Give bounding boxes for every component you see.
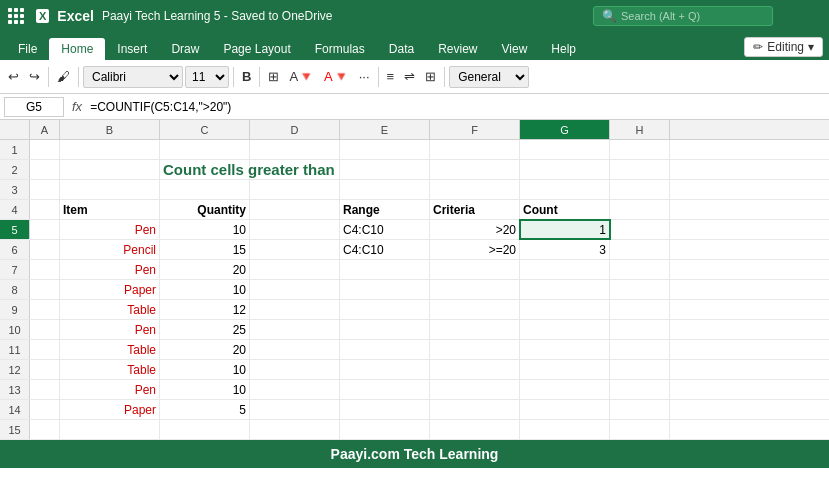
cell-h8[interactable] [610, 280, 670, 299]
borders-button[interactable]: ⊞ [264, 67, 283, 86]
cell-g8[interactable] [520, 280, 610, 299]
tab-file[interactable]: File [6, 38, 49, 60]
cell-e7[interactable] [340, 260, 430, 279]
cell-a6[interactable] [30, 240, 60, 259]
cell-b13[interactable]: Pen [60, 380, 160, 399]
cell-f15[interactable] [430, 420, 520, 439]
cell-f4[interactable]: Criteria [430, 200, 520, 219]
cell-b9[interactable]: Table [60, 300, 160, 319]
cell-e13[interactable] [340, 380, 430, 399]
cell-reference-input[interactable] [4, 97, 64, 117]
cell-a14[interactable] [30, 400, 60, 419]
cell-c9[interactable]: 12 [160, 300, 250, 319]
col-header-h[interactable]: H [610, 120, 670, 139]
cell-b10[interactable]: Pen [60, 320, 160, 339]
cell-c5[interactable]: 10 [160, 220, 250, 239]
cell-a1[interactable] [30, 140, 60, 159]
col-header-a[interactable]: A [30, 120, 60, 139]
font-name-selector[interactable]: Calibri [83, 66, 183, 88]
cell-a11[interactable] [30, 340, 60, 359]
cell-a8[interactable] [30, 280, 60, 299]
cell-d1[interactable] [250, 140, 340, 159]
cell-c7[interactable]: 20 [160, 260, 250, 279]
cell-e9[interactable] [340, 300, 430, 319]
align-button[interactable]: ≡ [383, 67, 399, 86]
cell-e4[interactable]: Range [340, 200, 430, 219]
tab-formulas[interactable]: Formulas [303, 38, 377, 60]
cell-f13[interactable] [430, 380, 520, 399]
tab-view[interactable]: View [490, 38, 540, 60]
cell-d4[interactable] [250, 200, 340, 219]
cell-g6[interactable]: 3 [520, 240, 610, 259]
cell-a9[interactable] [30, 300, 60, 319]
cell-f9[interactable] [430, 300, 520, 319]
fill-color-button[interactable]: A🔻 [285, 67, 318, 86]
cell-e6[interactable]: C4:C10 [340, 240, 430, 259]
cell-g2[interactable] [520, 160, 610, 179]
cell-c14[interactable]: 5 [160, 400, 250, 419]
search-box[interactable]: 🔍 Search (Alt + Q) [593, 6, 773, 26]
more-button[interactable]: ··· [355, 67, 374, 86]
cell-f3[interactable] [430, 180, 520, 199]
cell-c11[interactable]: 20 [160, 340, 250, 359]
cell-b15[interactable] [60, 420, 160, 439]
font-color-button[interactable]: A🔻 [320, 67, 353, 86]
cell-h11[interactable] [610, 340, 670, 359]
cell-b7[interactable]: Pen [60, 260, 160, 279]
editing-button[interactable]: ✏ Editing ▾ [744, 37, 823, 57]
cell-g4[interactable]: Count [520, 200, 610, 219]
cell-b14[interactable]: Paper [60, 400, 160, 419]
cell-g5[interactable]: 1 [520, 220, 610, 239]
cell-b2[interactable] [60, 160, 160, 179]
cell-h14[interactable] [610, 400, 670, 419]
cell-a12[interactable] [30, 360, 60, 379]
redo-button[interactable]: ↪ [25, 67, 44, 86]
formula-input[interactable] [90, 100, 825, 114]
cell-e10[interactable] [340, 320, 430, 339]
cell-g3[interactable] [520, 180, 610, 199]
tab-draw[interactable]: Draw [159, 38, 211, 60]
cell-e3[interactable] [340, 180, 430, 199]
cell-e12[interactable] [340, 360, 430, 379]
copy-format-button[interactable]: 🖌 [53, 67, 74, 86]
wrap-button[interactable]: ⇌ [400, 67, 419, 86]
cell-g9[interactable] [520, 300, 610, 319]
cell-c2[interactable]: Count cells greater than [160, 160, 250, 179]
cell-h3[interactable] [610, 180, 670, 199]
cell-a2[interactable] [30, 160, 60, 179]
cell-c12[interactable]: 10 [160, 360, 250, 379]
cell-b12[interactable]: Table [60, 360, 160, 379]
cell-e1[interactable] [340, 140, 430, 159]
cell-b3[interactable] [60, 180, 160, 199]
cell-f8[interactable] [430, 280, 520, 299]
cell-d15[interactable] [250, 420, 340, 439]
cell-c15[interactable] [160, 420, 250, 439]
cell-e8[interactable] [340, 280, 430, 299]
cell-g12[interactable] [520, 360, 610, 379]
cell-d5[interactable] [250, 220, 340, 239]
cell-h13[interactable] [610, 380, 670, 399]
cell-h1[interactable] [610, 140, 670, 159]
cell-g10[interactable] [520, 320, 610, 339]
cell-d3[interactable] [250, 180, 340, 199]
cell-c13[interactable]: 10 [160, 380, 250, 399]
cell-c10[interactable]: 25 [160, 320, 250, 339]
undo-button[interactable]: ↩ [4, 67, 23, 86]
cell-g15[interactable] [520, 420, 610, 439]
cell-g1[interactable] [520, 140, 610, 159]
col-header-f[interactable]: F [430, 120, 520, 139]
cell-b5[interactable]: Pen [60, 220, 160, 239]
col-header-b[interactable]: B [60, 120, 160, 139]
cell-f5[interactable]: >20 [430, 220, 520, 239]
cell-h6[interactable] [610, 240, 670, 259]
cell-e11[interactable] [340, 340, 430, 359]
cell-e2[interactable] [340, 160, 430, 179]
cell-h7[interactable] [610, 260, 670, 279]
cell-a5[interactable] [30, 220, 60, 239]
cell-d13[interactable] [250, 380, 340, 399]
cell-f10[interactable] [430, 320, 520, 339]
tab-review[interactable]: Review [426, 38, 489, 60]
cell-d2[interactable] [250, 160, 340, 179]
bold-button[interactable]: B [238, 67, 255, 86]
col-header-e[interactable]: E [340, 120, 430, 139]
